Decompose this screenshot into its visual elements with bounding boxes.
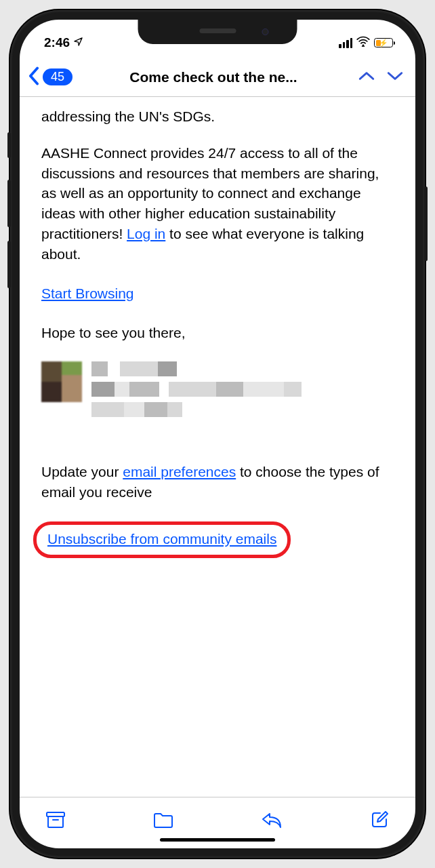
mute-switch: [7, 132, 11, 158]
inbox-count-badge: 45: [43, 68, 72, 85]
volume-up-button: [7, 180, 11, 227]
reply-button[interactable]: [260, 808, 283, 831]
notch: [138, 20, 297, 44]
svg-rect-2: [48, 816, 63, 827]
body-text-fragment: addressing the UN's SDGs.: [41, 106, 394, 127]
battery-icon: ⚡: [374, 38, 395, 47]
compose-button[interactable]: [368, 808, 391, 831]
screen: 2:46 ⚡ 45: [20, 20, 415, 848]
location-icon: [73, 35, 83, 50]
phone-frame: 2:46 ⚡ 45: [10, 10, 425, 858]
wifi-icon: [356, 35, 370, 50]
cellular-signal-icon: [339, 38, 352, 48]
move-folder-button[interactable]: [152, 808, 175, 831]
start-browsing-paragraph: Start Browsing: [41, 283, 394, 304]
nav-title: Come check out the ne...: [77, 69, 350, 85]
front-camera: [262, 28, 269, 35]
nav-bar: 45 Come check out the ne...: [20, 60, 415, 97]
preferences-text: Update your email preferences to choose …: [41, 462, 394, 502]
email-body[interactable]: addressing the UN's SDGs. AASHE Connect …: [20, 97, 415, 785]
svg-point-0: [362, 45, 365, 47]
avatar-redacted: [41, 361, 82, 402]
signature-lines-redacted: [91, 361, 394, 422]
archive-button[interactable]: [44, 808, 67, 831]
body-text: Update your: [41, 464, 123, 479]
prev-message-button[interactable]: [354, 71, 379, 84]
email-preferences-link[interactable]: email preferences: [123, 464, 236, 479]
body-paragraph: AASHE Connect provides 24/7 access to al…: [41, 143, 394, 264]
annotation-highlight: Unsubscribe from community emails: [33, 521, 291, 558]
unsubscribe-link[interactable]: Unsubscribe from community emails: [47, 531, 276, 547]
power-button: [424, 186, 428, 261]
login-link[interactable]: Log in: [127, 226, 165, 241]
closing-text: Hope to see you there,: [41, 323, 394, 343]
signature-block: [41, 361, 394, 422]
back-button[interactable]: 45: [28, 66, 72, 88]
chevron-left-icon: [28, 66, 40, 88]
home-indicator[interactable]: [160, 838, 275, 842]
volume-down-button: [7, 241, 11, 288]
start-browsing-link[interactable]: Start Browsing: [41, 285, 134, 301]
status-time: 2:46: [44, 35, 70, 50]
speaker-grille: [199, 28, 236, 33]
next-message-button[interactable]: [383, 71, 407, 84]
